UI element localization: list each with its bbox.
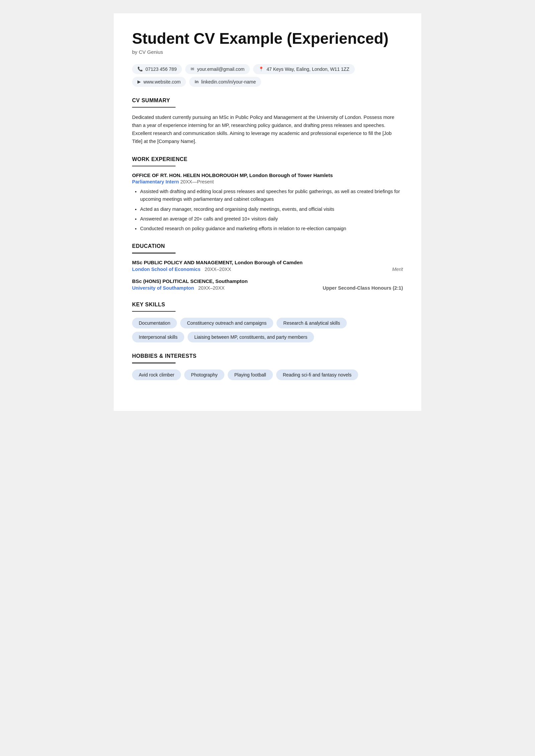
edu-school-dates-2: University of Southampton 20XX–20XX (132, 285, 225, 291)
bullet-2: Acted as diary manager, recording and or… (140, 205, 403, 213)
hobbies-section: HOBBIES & INTERESTS Avid rock climber Ph… (132, 353, 403, 380)
edu-school-2: University of Southampton (132, 285, 194, 291)
contact-row-2: ▶ www.website.com in linkedin.com/in/you… (132, 77, 403, 87)
edu-row-1: London School of Economics 20XX–20XX Mer… (132, 266, 403, 272)
hobbies-title: HOBBIES & INTERESTS (132, 353, 403, 359)
edu-grade-1: Merit (392, 267, 403, 272)
hobby-tag-football: Playing football (228, 369, 273, 380)
hobbies-divider (132, 362, 176, 363)
hobbies-tags-row: Avid rock climber Photography Playing fo… (132, 369, 403, 380)
skills-tags-row-2: Interpersonal skills Liaising between MP… (132, 332, 403, 342)
hobby-tag-climbing: Avid rock climber (132, 369, 181, 380)
skills-section: KEY SKILLS Documentation Constituency ou… (132, 302, 403, 343)
job-role-line: Parliamentary Intern 20XX—Present (132, 179, 403, 184)
work-title: WORK EXPERIENCE (132, 156, 403, 162)
contact-row-1: 📞 07123 456 789 ✉ your.email@gmail.com 📍… (132, 64, 403, 74)
work-divider (132, 166, 176, 167)
hobby-tag-reading: Reading sci-fi and fantasy novels (276, 369, 358, 380)
skill-tag-interpersonal: Interpersonal skills (132, 332, 184, 342)
edu-dates-2: 20XX–20XX (198, 285, 225, 291)
edu-degree-1: MSc PUBLIC POLICY AND MANAGEMENT, London… (132, 260, 403, 265)
address-text: 47 Keys Way, Ealing, London, W11 1ZZ (266, 66, 349, 72)
email-address: your.email@gmail.com (197, 66, 244, 72)
linkedin-contact: in linkedin.com/in/your-name (189, 77, 261, 87)
skill-tag-constituency: Constituency outreach and campaigns (180, 318, 273, 328)
education-section: EDUCATION MSc PUBLIC POLICY AND MANAGEME… (132, 243, 403, 291)
summary-divider (132, 107, 176, 108)
contact-section: 📞 07123 456 789 ✉ your.email@gmail.com 📍… (132, 64, 403, 87)
linkedin-url: linkedin.com/in/your-name (201, 79, 256, 85)
website-contact: ▶ www.website.com (132, 77, 186, 87)
edu-block-2: BSc (HONS) POLITICAL SCIENCE, Southampto… (132, 278, 403, 291)
job-bullets: Assisted with drafting and editing local… (140, 188, 403, 233)
summary-title: CV SUMMARY (132, 98, 403, 104)
cv-document: Student CV Example (Experienced) by CV G… (114, 13, 421, 411)
edu-grade-2: Upper Second-Class Honours (2:1) (323, 285, 403, 291)
bullet-1: Assisted with drafting and editing local… (140, 188, 403, 203)
phone-number: 07123 456 789 (145, 66, 177, 72)
edu-block-1: MSc PUBLIC POLICY AND MANAGEMENT, London… (132, 260, 403, 272)
hobby-tag-photography: Photography (184, 369, 224, 380)
skill-tag-research: Research & analytical skills (277, 318, 347, 328)
skills-divider (132, 311, 176, 312)
phone-contact: 📞 07123 456 789 (132, 64, 182, 74)
bullet-4: Conducted research on policy guidance an… (140, 225, 403, 233)
edu-school-1: London School of Economics (132, 267, 201, 272)
address-contact: 📍 47 Keys Way, Ealing, London, W11 1ZZ (253, 64, 354, 74)
edu-school-dates-1: London School of Economics 20XX–20XX (132, 266, 231, 272)
linkedin-icon: in (195, 79, 199, 84)
work-section: WORK EXPERIENCE OFFICE OF RT. HON. HELEN… (132, 156, 403, 233)
skills-tags-row-1: Documentation Constituency outreach and … (132, 318, 403, 328)
education-title: EDUCATION (132, 243, 403, 249)
skills-title: KEY SKILLS (132, 302, 403, 308)
edu-degree-2: BSc (HONS) POLITICAL SCIENCE, Southampto… (132, 278, 403, 284)
education-divider (132, 253, 176, 254)
email-contact: ✉ your.email@gmail.com (185, 64, 250, 74)
location-icon: 📍 (258, 66, 264, 71)
job-company: OFFICE OF RT. HON. HELEN HOLBOROUGH MP, … (132, 172, 403, 178)
skill-tag-documentation: Documentation (132, 318, 177, 328)
summary-text: Dedicated student currently pursuing an … (132, 114, 403, 146)
job-block: OFFICE OF RT. HON. HELEN HOLBOROUGH MP, … (132, 172, 403, 233)
phone-icon: 📞 (137, 66, 143, 71)
by-line: by CV Genius (132, 49, 403, 55)
edu-dates-1: 20XX–20XX (205, 267, 231, 272)
bullet-3: Answered an average of 20+ calls and gre… (140, 215, 403, 223)
job-role: Parliamentary Intern (132, 179, 179, 184)
skill-tag-liaising: Liaising between MP, constituents, and p… (188, 332, 314, 342)
email-icon: ✉ (191, 66, 194, 71)
job-dates: 20XX—Present (180, 179, 214, 184)
web-icon: ▶ (137, 79, 141, 84)
summary-section: CV SUMMARY Dedicated student currently p… (132, 98, 403, 146)
website-url: www.website.com (143, 79, 181, 85)
edu-row-2: University of Southampton 20XX–20XX Uppe… (132, 285, 403, 291)
page-title: Student CV Example (Experienced) (132, 30, 403, 47)
